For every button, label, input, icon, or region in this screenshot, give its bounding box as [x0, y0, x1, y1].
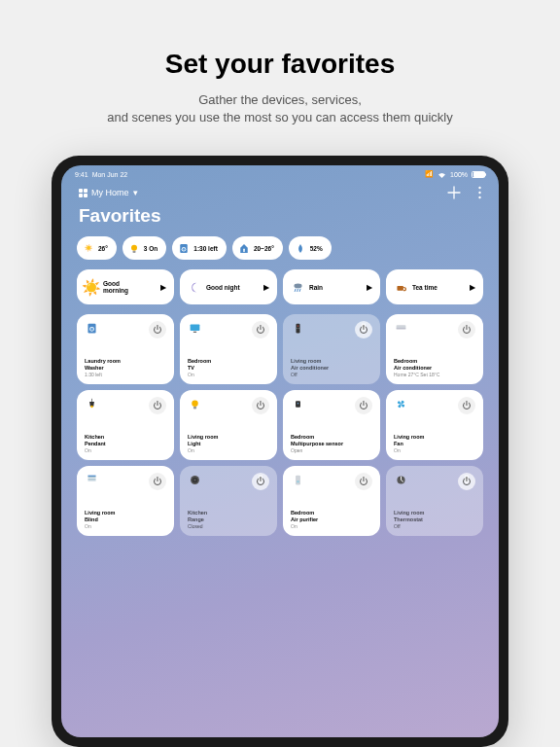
- device-name: Washer: [85, 365, 166, 372]
- svg-point-36: [297, 480, 298, 482]
- svg-point-34: [193, 480, 195, 481]
- chevron-down-icon: ▾: [133, 188, 138, 197]
- power-icon: [257, 326, 264, 334]
- play-icon[interactable]: ▶: [470, 283, 475, 292]
- device-card[interactable]: Living room Blind On: [77, 466, 174, 536]
- power-button[interactable]: [458, 473, 475, 490]
- power-button[interactable]: [149, 321, 166, 338]
- svg-point-24: [192, 401, 198, 408]
- power-icon: [360, 326, 368, 334]
- device-location: Living room: [394, 510, 475, 516]
- svg-rect-21: [397, 329, 406, 330]
- add-button[interactable]: [447, 186, 461, 199]
- device-card[interactable]: Bedroom TV On: [180, 314, 277, 384]
- status-pill[interactable]: 3 On: [122, 236, 166, 260]
- scene-label: Good night: [206, 284, 263, 291]
- tablet-screen: 9:41 Mon Jun 22 📶 100% My Home ▾: [61, 165, 499, 737]
- device-location: Living room: [188, 434, 269, 441]
- bulb-icon: [128, 242, 140, 254]
- home-selector[interactable]: My Home ▾: [79, 188, 138, 197]
- play-icon[interactable]: ▶: [160, 283, 166, 292]
- device-status: On: [188, 447, 269, 453]
- ac-icon: [394, 321, 408, 336]
- device-name: Pendant: [85, 441, 166, 447]
- power-button[interactable]: [252, 397, 269, 414]
- tablet-frame: 9:41 Mon Jun 22 📶 100% My Home ▾: [52, 156, 508, 747]
- svg-rect-4: [132, 251, 135, 253]
- play-icon[interactable]: ▶: [263, 283, 269, 292]
- power-button[interactable]: [252, 321, 269, 338]
- sun-icon: ☀️: [83, 242, 94, 254]
- thermostat-icon: [394, 473, 408, 487]
- page-title: Favorites: [61, 203, 499, 236]
- device-card[interactable]: Bedroom Air purifier On: [283, 466, 380, 536]
- power-icon: [154, 326, 161, 334]
- power-button[interactable]: [355, 321, 372, 338]
- device-card[interactable]: Bedroom Multipurpose sensor Open: [283, 390, 380, 460]
- power-icon: [257, 402, 264, 409]
- device-status: Open: [291, 447, 372, 453]
- svg-point-19: [298, 328, 299, 329]
- device-location: Bedroom: [291, 434, 372, 441]
- device-card[interactable]: Kitchen Pendant On: [77, 390, 174, 460]
- power-button[interactable]: [458, 321, 475, 338]
- power-button[interactable]: [355, 473, 372, 490]
- svg-point-23: [90, 406, 92, 408]
- marketing-title: Set your favorites: [107, 49, 453, 80]
- humidity-icon: [295, 242, 306, 254]
- tv-icon: [188, 321, 202, 336]
- device-card[interactable]: Laundry room Washer 1:30 left: [77, 314, 174, 384]
- svg-point-0: [478, 187, 480, 189]
- more-icon[interactable]: [478, 186, 481, 199]
- scene-label: Goodmorning: [103, 280, 160, 294]
- device-name: Air purifier: [291, 516, 372, 523]
- status-pill[interactable]: 52%: [289, 236, 332, 260]
- washer-icon: [85, 321, 99, 336]
- power-button[interactable]: [355, 397, 372, 414]
- home-temp-icon: [238, 242, 250, 254]
- sun-icon: ☀️: [85, 280, 98, 294]
- power-button[interactable]: [458, 397, 475, 414]
- device-card[interactable]: Living room Light On: [180, 390, 277, 460]
- status-pill[interactable]: 1:30 left: [172, 236, 227, 260]
- device-name: Range: [188, 516, 269, 523]
- scene-label: Tea time: [412, 284, 470, 291]
- device-card[interactable]: Living room Thermostat Off: [386, 466, 483, 536]
- scene-card[interactable]: Good night▶: [180, 269, 277, 304]
- device-card[interactable]: Living room Air conditioner Off: [283, 314, 380, 384]
- play-icon[interactable]: ▶: [367, 283, 372, 292]
- scene-card[interactable]: ☀️Goodmorning▶: [77, 269, 174, 304]
- device-status: On: [188, 372, 269, 377]
- power-button[interactable]: [149, 397, 166, 414]
- header: My Home ▾: [61, 180, 499, 203]
- scene-card[interactable]: Tea time▶: [386, 269, 483, 304]
- svg-rect-14: [191, 325, 200, 332]
- fan-icon: [394, 397, 408, 411]
- device-location: Bedroom: [188, 358, 269, 365]
- status-pill[interactable]: ☀️26°: [77, 236, 117, 260]
- tea-icon: [394, 280, 407, 294]
- power-button[interactable]: [149, 473, 166, 490]
- pendant-icon: [85, 397, 99, 411]
- svg-rect-35: [296, 476, 300, 485]
- device-card[interactable]: Living room Fan On: [386, 390, 483, 460]
- svg-point-18: [297, 328, 298, 329]
- device-status: Off: [394, 523, 475, 529]
- status-bar: 9:41 Mon Jun 22 📶 100%: [61, 165, 499, 180]
- device-name: Light: [188, 441, 269, 447]
- device-card[interactable]: Kitchen Range Closed: [180, 466, 277, 536]
- purifier-icon: [291, 473, 305, 487]
- status-time: 9:41: [75, 171, 88, 178]
- device-status: 1:30 left: [85, 372, 166, 377]
- power-button[interactable]: [252, 473, 269, 490]
- svg-rect-25: [193, 407, 196, 409]
- device-status: Home 27°C Set 18°C: [394, 372, 475, 377]
- power-icon: [463, 402, 471, 409]
- status-pill[interactable]: 20~26°: [232, 236, 283, 260]
- scene-card[interactable]: Rain▶: [283, 269, 380, 304]
- device-card[interactable]: Bedroom Air conditioner Home 27°C Set 18…: [386, 314, 483, 384]
- svg-rect-29: [88, 478, 95, 479]
- device-name: Air conditioner: [291, 365, 372, 372]
- svg-point-27: [298, 403, 299, 405]
- pill-label: 3 On: [144, 245, 158, 252]
